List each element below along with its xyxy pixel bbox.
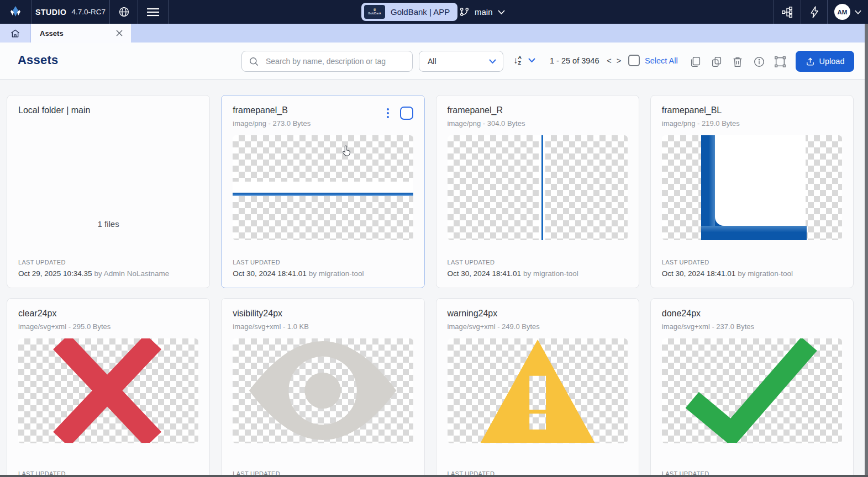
window-edge-right xyxy=(865,24,868,477)
next-page-button[interactable]: > xyxy=(617,56,622,65)
close-icon[interactable] xyxy=(115,29,123,37)
hamburger-icon xyxy=(147,8,159,17)
goldbank-logo: ♛ GoldBank xyxy=(364,5,385,19)
search-box[interactable] xyxy=(241,51,413,72)
brand-name: STUDIO xyxy=(35,8,67,17)
upload-label: Upload xyxy=(819,57,845,66)
globe-icon xyxy=(118,6,130,18)
app-selector[interactable]: ♛ GoldBank GoldBank | APP xyxy=(361,3,457,21)
card-head: visibility24px image/svg+xml - 1.0 KB xyxy=(233,309,413,331)
window-edge-bottom xyxy=(0,475,868,477)
brand-version: 4.7.0-RC7 xyxy=(71,8,106,16)
asset-meta: image/svg+xml - 295.0 Bytes xyxy=(18,322,198,331)
duplicate-icon[interactable] xyxy=(711,56,723,68)
asset-card[interactable]: warning24px image/svg+xml - 249.0 Bytes … xyxy=(436,298,639,477)
search-icon xyxy=(249,56,259,67)
asset-grid: Local folder | main 1 files LAST UPDATED… xyxy=(0,80,868,477)
last-updated-value: Oct 30, 2024 18:41.01 by migration-tool xyxy=(233,269,413,278)
upload-button[interactable]: Upload xyxy=(796,51,854,72)
copy-icon[interactable] xyxy=(690,56,702,68)
page-title: Assets xyxy=(18,53,58,67)
asset-preview xyxy=(448,338,628,443)
card-footer: LAST UPDATED Oct 29, 2025 10:34.35 by Ad… xyxy=(18,259,198,278)
tab-assets-label: Assets xyxy=(40,29,115,38)
info-icon[interactable] xyxy=(753,56,765,68)
card-head: warning24px image/svg+xml - 249.0 Bytes xyxy=(448,309,628,331)
filter-value: All xyxy=(428,57,489,66)
asset-meta: image/svg+xml - 237.0 Bytes xyxy=(662,322,842,331)
card-head: framepanel_BL image/png - 219.0 Bytes xyxy=(662,105,842,128)
asset-card[interactable]: framepanel_R image/png - 304.0 Bytes LAS… xyxy=(436,95,639,288)
menu-button[interactable] xyxy=(138,0,169,24)
asset-preview xyxy=(18,338,198,443)
trash-icon[interactable] xyxy=(732,56,744,68)
chevron-down-icon xyxy=(855,10,861,14)
search-input[interactable] xyxy=(265,56,406,66)
file-count: 1 files xyxy=(98,219,119,229)
chevron-down-icon xyxy=(489,59,496,63)
asset-card[interactable]: done24px image/svg+xml - 237.0 Bytes LAS… xyxy=(650,298,854,477)
last-updated-value: Oct 29, 2025 10:34.35 by Admin NoLastnam… xyxy=(18,269,198,278)
globe-button[interactable] xyxy=(110,0,138,24)
goldbank-logo-text: GoldBank xyxy=(368,12,381,15)
top-navbar: STUDIO 4.7.0-RC7 ♛ GoldBank GoldBank | A… xyxy=(0,0,868,24)
asset-preview xyxy=(233,338,413,443)
quick-actions-button[interactable] xyxy=(801,0,827,24)
tab-home[interactable] xyxy=(0,24,31,43)
navbar-spacer xyxy=(169,0,868,24)
pager: < > xyxy=(607,56,622,65)
asset-card[interactable]: clear24px image/svg+xml - 295.0 Bytes LA… xyxy=(7,298,210,477)
app-selector-label: GoldBank | APP xyxy=(391,7,450,17)
folder-preview: 1 files xyxy=(18,115,198,259)
card-footer: LAST UPDATED Oct 30, 2024 18:41.01 by mi… xyxy=(662,259,842,278)
select-all-label[interactable]: Select All xyxy=(645,56,678,65)
asset-meta: image/svg+xml - 249.0 Bytes xyxy=(448,322,628,331)
asset-card[interactable]: Local folder | main 1 files LAST UPDATED… xyxy=(7,95,210,288)
last-updated-label: LAST UPDATED xyxy=(233,259,413,266)
card-head: framepanel_B image/png - 273.0 Bytes xyxy=(233,105,413,128)
sort-control[interactable]: ↓ AZ xyxy=(513,55,535,66)
asset-preview xyxy=(662,135,842,240)
asset-name: framepanel_B xyxy=(233,105,384,115)
tab-assets[interactable]: Assets xyxy=(31,24,131,43)
branch-selector[interactable]: main xyxy=(459,0,505,24)
prev-page-button[interactable]: < xyxy=(607,56,612,65)
gem-logo-icon xyxy=(8,5,23,19)
page-header: Assets All ↓ AZ 1 - 25 of 3946 < > Selec… xyxy=(0,43,868,80)
files-icon xyxy=(83,146,134,208)
brand-block: STUDIO 4.7.0-RC7 xyxy=(31,0,110,24)
card-actions xyxy=(385,105,413,120)
asset-name: clear24px xyxy=(18,309,198,319)
card-footer: LAST UPDATED Oct 30, 2024 18:41.01 by mi… xyxy=(233,259,413,278)
hierarchy-icon xyxy=(781,6,793,18)
last-updated-value: Oct 30, 2024 18:41.01 by migration-tool xyxy=(448,269,628,278)
user-menu[interactable]: AM xyxy=(827,0,868,24)
asset-checkbox[interactable] xyxy=(400,107,413,120)
pagination-range: 1 - 25 of 3946 xyxy=(550,56,599,65)
branch-name: main xyxy=(475,7,493,17)
last-updated-label: LAST UPDATED xyxy=(448,259,628,266)
chevron-down-icon xyxy=(498,10,505,14)
hierarchy-button[interactable] xyxy=(774,0,801,24)
asset-card[interactable]: visibility24px image/svg+xml - 1.0 KB LA… xyxy=(221,298,424,477)
navbar-right: AM xyxy=(774,0,868,24)
card-head: framepanel_R image/png - 304.0 Bytes xyxy=(448,105,628,128)
asset-name: Local folder | main xyxy=(18,105,198,115)
asset-card[interactable]: framepanel_BL image/png - 219.0 Bytes LA… xyxy=(650,95,854,288)
select-all-checkbox[interactable] xyxy=(628,55,640,66)
asset-name: warning24px xyxy=(448,309,628,319)
asset-preview xyxy=(448,135,628,240)
asset-card[interactable]: framepanel_B image/png - 273.0 Bytes LAS… xyxy=(221,95,424,288)
asset-meta: image/svg+xml - 1.0 KB xyxy=(233,322,413,331)
last-updated-value: Oct 30, 2024 18:41.01 by migration-tool xyxy=(662,269,842,278)
eye-graphic xyxy=(233,338,413,443)
asset-meta: image/png - 273.0 Bytes xyxy=(233,119,384,128)
filter-dropdown[interactable]: All xyxy=(419,51,503,72)
app-logo[interactable] xyxy=(0,0,31,24)
selection-marquee-icon[interactable] xyxy=(774,56,786,68)
asset-name: framepanel_R xyxy=(448,105,628,115)
git-branch-icon xyxy=(459,7,470,17)
asset-preview xyxy=(662,338,842,443)
red-x-graphic xyxy=(18,338,198,443)
kebab-menu-icon[interactable] xyxy=(385,107,391,119)
